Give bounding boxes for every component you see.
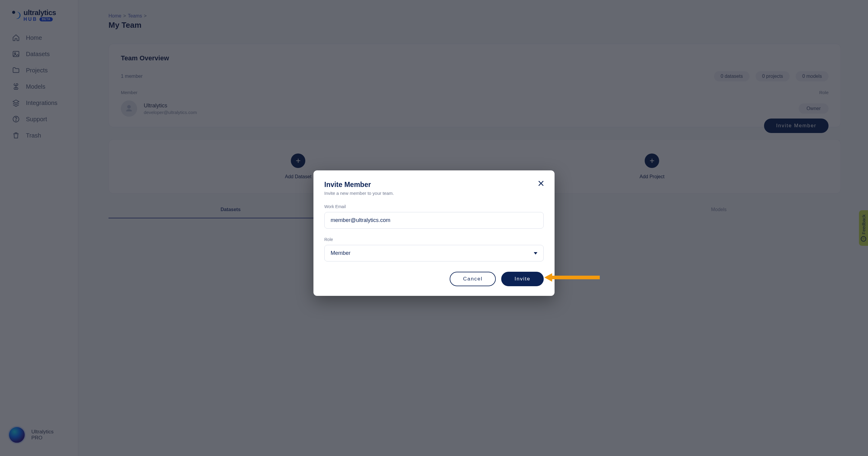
work-email-input[interactable]: [324, 212, 544, 229]
role-label: Role: [324, 237, 544, 242]
cancel-button[interactable]: Cancel: [450, 272, 496, 286]
role-select[interactable]: Member: [324, 245, 544, 261]
invite-button[interactable]: Invite: [501, 272, 544, 286]
work-email-label: Work Email: [324, 204, 544, 209]
role-select-value: Member: [331, 250, 350, 256]
modal-subtitle: Invite a new member to your team.: [324, 191, 544, 196]
modal-title: Invite Member: [324, 181, 544, 189]
invite-member-modal: Invite Member Invite a new member to you…: [313, 170, 555, 296]
chevron-down-icon: [534, 252, 537, 255]
close-icon[interactable]: [537, 179, 545, 187]
